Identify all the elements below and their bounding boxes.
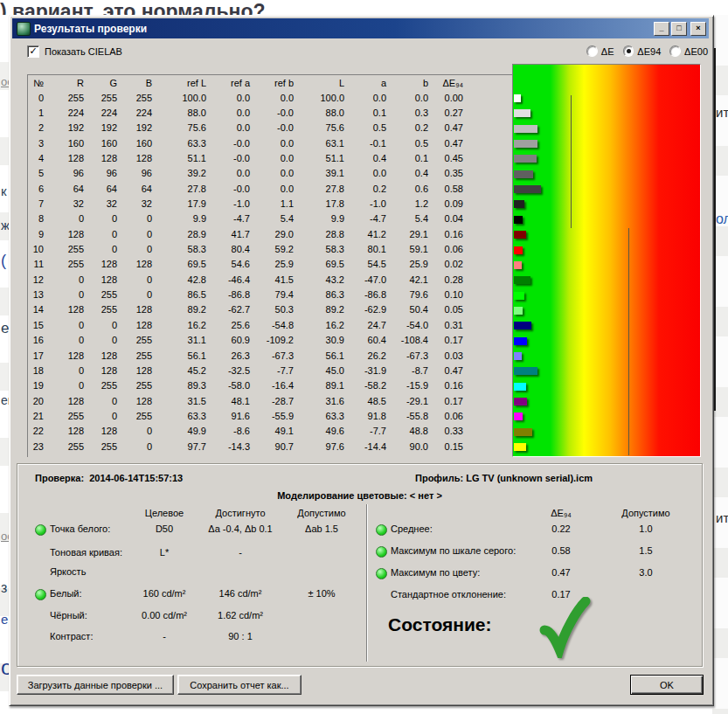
summary-value: - [163,631,166,641]
table-cell: 27.8 [156,184,210,194]
table-cell: 8 [28,213,47,224]
table-cell: 255 [121,335,156,345]
table-cell: 224 [121,107,156,118]
check-label: Проверка: 2014-06-14T15:57:13 [35,473,183,483]
save-report-as-button[interactable]: Сохранить отчет как... [177,675,302,695]
table-cell: 255 [87,289,121,300]
table-row: 102550058.380.459.258.380.159.10.06 [28,241,514,256]
table-cell: 255 [47,93,87,103]
table-cell: 0.09 [432,198,467,209]
table-cell: 0.27 [432,107,467,118]
delta-e-bar [514,292,524,300]
app-icon [17,22,31,36]
table-cell: 0.3 [390,107,432,118]
delta-e-bar [514,109,530,117]
table-cell: 5 [28,168,47,178]
table-cell: 0.45 [432,153,467,163]
page-text-fragment: ж [1,218,9,232]
table-row: 21255025563.391.6-55.963.391.8-55.80.06 [28,408,514,423]
table-cell: 255 [87,441,121,452]
table-cell: 32 [87,198,121,209]
table-cell: 0.0 [348,168,390,178]
table-cell: 86.3 [297,289,348,300]
summary-right-header: Допустимо [621,508,669,518]
table-row: 80009.9-4.75.49.9-4.75.40.04 [28,211,514,226]
table-cell: 64 [121,184,156,194]
table-cell: 16 [28,335,47,345]
summary-row-label: Контраст: [50,631,93,641]
table-cell: 255 [47,411,87,421]
table-cell: 0 [121,213,156,224]
table-cell: 24.7 [348,320,390,330]
checkbox-checkmark-icon[interactable]: ✓ [27,45,39,58]
table-cell: 56.1 [156,350,210,361]
delta-e-bar [514,246,523,254]
table-cell: 0.0 [348,93,390,103]
table-cell: 25.9 [253,259,297,269]
table-cell: 0.1 [390,153,432,163]
table-cell: 0.47 [432,365,467,376]
table-cell: 63.3 [297,411,348,421]
delta-e-bar [514,307,523,315]
radio-δe94[interactable] [623,45,634,57]
table-cell: -58.2 [348,380,390,391]
table-row: 160025531.160.9-109.230.960.4-108.40.17 [28,333,514,348]
table-cell: 32 [47,198,87,209]
page-text-fragment: ос [1,75,9,88]
table-cell: 0.15 [432,441,467,452]
table-cell: 45.0 [297,365,348,376]
radio-δe00[interactable] [669,45,681,57]
table-cell: 0.16 [432,229,467,239]
table-cell: -86.8 [348,289,390,300]
table-cell: -62.9 [348,304,390,315]
summary-value: 3.0 [639,567,652,578]
table-cell: 7 [28,198,47,209]
table-cell: -8.6 [210,426,253,436]
table-cell: 128 [87,153,121,163]
table-cell: 0 [87,244,121,254]
page-text-fragment: ег [1,393,9,407]
delta-e-bar [514,125,537,133]
ok-button[interactable]: OK [630,675,704,695]
table-cell: 0.2 [390,122,432,133]
table-cell: 0.03 [432,350,467,361]
table-cell: 0.04 [432,213,467,224]
delta-e-bar [514,155,537,163]
table-cell: 0.47 [432,122,467,133]
table-cell: 4 [28,153,47,163]
show-cielab-checkbox[interactable]: ✓ Показать CIELAB [27,45,122,58]
summary-right-header: ΔE₉₄ [551,508,572,518]
radio-δe[interactable] [586,45,598,57]
table-cell: 31.1 [156,335,210,345]
table-cell: 0.17 [432,396,467,406]
table-cell: -4.7 [348,213,390,224]
table-header-cell: G [87,78,121,88]
status-ok-dot [376,546,387,558]
title-bar[interactable]: Результаты проверки _ □ × [12,18,709,38]
table-cell: 255 [87,93,121,103]
table-cell: 69.5 [297,259,348,269]
table-cell: 0.4 [348,153,390,163]
table-row: 596969639.20.00.039.10.00.40.35 [28,166,514,181]
table-row: 1712812825556.126.3-67.356.126.2-67.30.0… [28,348,514,363]
table-cell: 96 [121,168,156,178]
table-row: 0255255255100.00.00.0100.00.00.00.00 [28,90,514,105]
table-cell: 59.2 [253,244,297,254]
table-cell: 100.0 [156,93,210,103]
delta-e-bar [514,231,526,239]
table-cell: -8.7 [390,365,432,376]
minimize-button[interactable]: _ [654,22,669,36]
maximize-button[interactable]: □ [671,22,687,36]
table-cell: 89.1 [297,380,348,391]
table-row: 316016016063.3-0.00.063.1-0.10.50.47 [28,135,514,150]
table-cell: 63.1 [297,138,348,149]
table-cell: -31.9 [348,365,390,376]
close-button[interactable]: × [690,22,706,36]
delta-e-bar [514,383,526,391]
table-header-cell: ΔE₉₄ [432,78,467,88]
page-text-fragment: ос [1,530,9,543]
status-label: Состояние: [388,614,491,635]
load-check-data-button[interactable]: Загрузить данные проверки ... [17,675,174,695]
table-cell: 43.2 [297,274,348,285]
table-cell: 255 [121,380,156,391]
